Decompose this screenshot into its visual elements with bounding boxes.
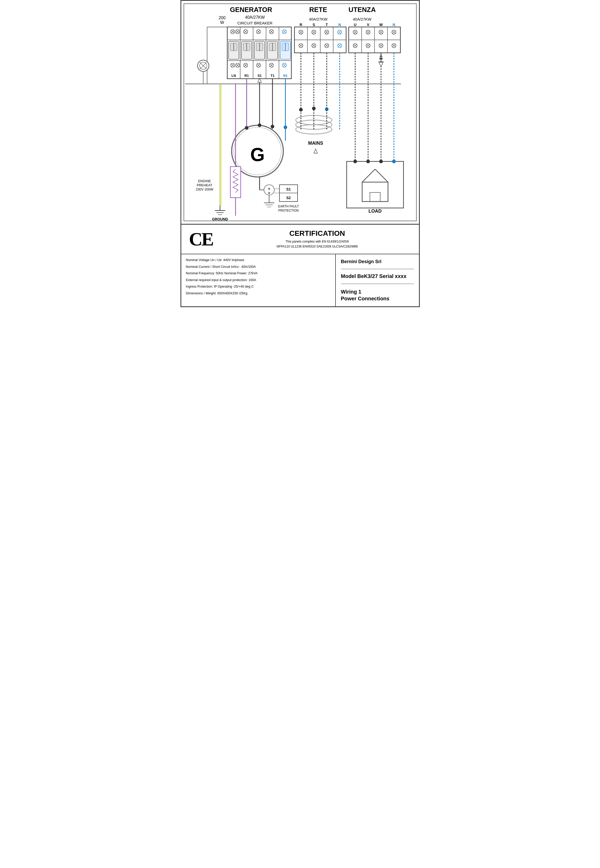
svg-rect-223 <box>230 167 241 198</box>
cert-title: CERTIFICATION <box>223 229 411 238</box>
svg-text:G: G <box>250 144 265 165</box>
svg-point-206 <box>268 188 270 190</box>
svg-text:EARTH FAULT: EARTH FAULT <box>278 205 299 208</box>
wiring-text: Wiring 1 <box>341 289 362 295</box>
svg-point-169 <box>283 125 287 129</box>
divider-2 <box>341 284 414 284</box>
current-info: Nominal Current / Short Circuit In/Icc: … <box>186 265 330 269</box>
svg-point-202 <box>366 160 370 163</box>
svg-text:GROUND: GROUND <box>212 217 228 221</box>
cert-desc-1: This panels complies with EN 61439/1/2/4… <box>223 239 411 244</box>
wiring-line: Wiring 1 Power Connections <box>341 288 414 302</box>
svg-text:U: U <box>354 23 356 27</box>
svg-text:S2: S2 <box>286 196 291 200</box>
info-left: Nominal Voltage Un / Ue: 440V tri/phase … <box>181 254 336 306</box>
svg-text:S1: S1 <box>286 187 291 191</box>
svg-text:LOAD: LOAD <box>368 208 382 214</box>
svg-point-166 <box>245 126 248 129</box>
svg-point-168 <box>270 125 274 128</box>
svg-text:N1: N1 <box>283 74 288 78</box>
svg-point-207 <box>268 192 270 194</box>
svg-point-204 <box>392 160 395 163</box>
svg-text:W: W <box>379 23 383 27</box>
svg-text:RETE: RETE <box>309 6 327 13</box>
company-name: Bernini Design Srl <box>341 259 414 265</box>
diagram-area: GENERATOR 200 W 40A/27KW CIRCUIT BREAKER… <box>181 1 419 225</box>
svg-text:40A/27KW: 40A/27KW <box>245 15 265 20</box>
svg-text:V: V <box>367 23 369 27</box>
svg-text:40A/27KW: 40A/27KW <box>309 17 327 21</box>
voltage-info: Nominal Voltage Un / Ue: 440V tri/phase <box>186 258 330 263</box>
svg-text:S: S <box>313 23 315 27</box>
power-connections-text: Power Connections <box>341 296 389 301</box>
svg-marker-194 <box>379 62 383 67</box>
svg-point-167 <box>258 123 261 127</box>
main-container: GENERATOR 200 W 40A/27KW CIRCUIT BREAKER… <box>180 0 420 307</box>
svg-text:R1: R1 <box>244 74 248 78</box>
svg-point-203 <box>379 160 383 163</box>
dimensions-info: Dimensions / Weight: 600X400X250 /25Kg <box>186 291 330 296</box>
svg-text:UTENZA: UTENZA <box>348 6 376 13</box>
svg-text:230V 200W: 230V 200W <box>195 187 213 191</box>
svg-marker-185 <box>314 149 317 153</box>
cert-desc-2: NFPA110 UL1236 EN45510 SAEJ1939 ULCSA/C2… <box>223 244 411 249</box>
info-right: Bernini Design Srl Model BeK3/27 Serial … <box>336 254 419 306</box>
svg-text:N: N <box>392 23 395 27</box>
svg-text:LN: LN <box>232 74 236 78</box>
info-section: Nominal Voltage Un / Ue: 440V tri/phase … <box>181 254 419 306</box>
svg-text:T1: T1 <box>270 74 274 78</box>
svg-text:ENGINE: ENGINE <box>198 179 211 183</box>
certification-section: CE CERTIFICATION This panels complies wi… <box>181 225 419 254</box>
svg-text:N: N <box>338 23 341 27</box>
svg-text:200: 200 <box>218 16 226 20</box>
protection-info: External required input & output protect… <box>186 278 330 283</box>
svg-rect-195 <box>346 161 403 208</box>
svg-text:PROTECTION: PROTECTION <box>278 209 298 212</box>
svg-text:CIRCUIT BREAKER: CIRCUIT BREAKER <box>237 21 273 25</box>
generator-label: GENERATOR <box>230 6 272 13</box>
svg-text:PREHEAT: PREHEAT <box>197 183 212 187</box>
frequency-info: Nominal Frequency: 50Hz Nominal Power: 2… <box>186 271 330 276</box>
cert-text: CERTIFICATION This panels complies with … <box>223 229 411 249</box>
svg-text:W: W <box>220 20 224 25</box>
svg-point-201 <box>353 160 357 163</box>
svg-text:S1: S1 <box>258 74 262 78</box>
ce-mark: CE <box>189 231 213 247</box>
ingress-info: Ingress Protection: IP Operating -25/+40… <box>186 284 330 289</box>
svg-text:MAINS: MAINS <box>308 141 323 146</box>
svg-text:R: R <box>299 23 302 27</box>
svg-text:T: T <box>326 23 328 27</box>
model-line: Model BeK3/27 Serial xxxx <box>341 273 414 279</box>
svg-text:40A/27KW: 40A/27KW <box>353 17 371 21</box>
